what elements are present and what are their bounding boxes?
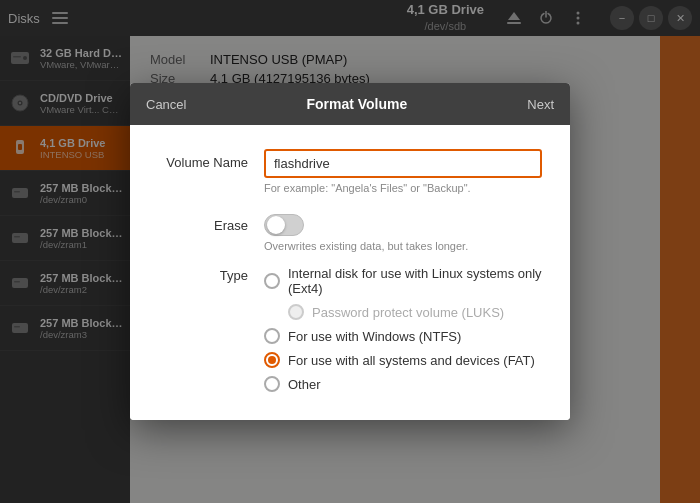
radio-ext4[interactable]: Internal disk for use with Linux systems… — [264, 266, 542, 296]
radio-fat-label: For use with all systems and devices (FA… — [288, 353, 535, 368]
app-window: Disks 4,1 GB Drive /dev/sdb — [0, 0, 700, 503]
radio-fat[interactable]: For use with all systems and devices (FA… — [264, 352, 542, 368]
erase-row: Erase — [158, 214, 542, 236]
radio-luks-label: Password protect volume (LUKS) — [312, 305, 504, 320]
radio-other-circle — [264, 376, 280, 392]
modal-overlay: Cancel Format Volume Next Volume Name Fo… — [0, 0, 700, 503]
cancel-button[interactable]: Cancel — [130, 83, 202, 125]
format-dialog: Cancel Format Volume Next Volume Name Fo… — [130, 83, 570, 420]
volume-name-input[interactable] — [264, 149, 542, 178]
radio-group: Internal disk for use with Linux systems… — [264, 266, 542, 392]
radio-ntfs-circle — [264, 328, 280, 344]
erase-toggle[interactable] — [264, 214, 304, 236]
volume-name-label: Volume Name — [158, 149, 248, 170]
radio-ntfs[interactable]: For use with Windows (NTFS) — [264, 328, 542, 344]
dialog-title: Format Volume — [202, 96, 511, 112]
dialog-header: Cancel Format Volume Next — [130, 83, 570, 125]
radio-fat-dot — [268, 356, 276, 364]
toggle-knob — [267, 216, 285, 234]
erase-toggle-container — [264, 214, 304, 236]
volume-name-hint: For example: "Angela's Files" or "Backup… — [264, 182, 542, 194]
type-label: Type — [158, 266, 248, 392]
type-section: Type Internal disk for use with Linux sy… — [158, 266, 542, 392]
radio-ntfs-label: For use with Windows (NTFS) — [288, 329, 461, 344]
volume-name-field: For example: "Angela's Files" or "Backup… — [264, 149, 542, 194]
radio-fat-circle — [264, 352, 280, 368]
next-button[interactable]: Next — [511, 83, 570, 125]
dialog-body: Volume Name For example: "Angela's Files… — [130, 125, 570, 420]
radio-ext4-circle — [264, 273, 280, 289]
radio-ext4-label: Internal disk for use with Linux systems… — [288, 266, 542, 296]
erase-label: Erase — [158, 218, 248, 233]
radio-luks-circle — [288, 304, 304, 320]
volume-name-row: Volume Name For example: "Angela's Files… — [158, 149, 542, 194]
radio-luks: Password protect volume (LUKS) — [288, 304, 542, 320]
erase-hint: Overwrites existing data, but takes long… — [264, 240, 542, 252]
radio-other-label: Other — [288, 377, 321, 392]
radio-other[interactable]: Other — [264, 376, 542, 392]
